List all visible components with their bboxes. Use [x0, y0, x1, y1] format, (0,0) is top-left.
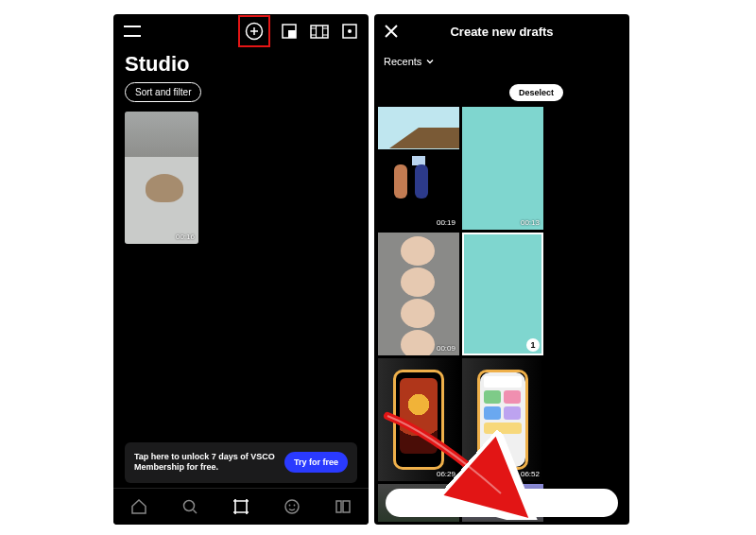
duration-label: 06:52: [521, 470, 540, 478]
studio-grid: 00:16: [113, 102, 369, 253]
media-thumb[interactable]: 00:09: [378, 233, 459, 355]
duration-label: 06:29: [437, 470, 455, 478]
deselect-button[interactable]: Deselect: [509, 84, 563, 101]
svg-point-9: [294, 505, 296, 507]
svg-rect-3: [311, 26, 328, 38]
sort-filter-button[interactable]: Sort and filter: [125, 82, 201, 102]
membership-promo[interactable]: Tap here to unlock 7 days of VSCO Member…: [125, 442, 357, 483]
montage-icon[interactable]: [278, 20, 301, 43]
svg-point-8: [289, 505, 291, 507]
face-icon[interactable]: [281, 495, 303, 518]
svg-point-6: [184, 501, 195, 511]
studio-tab-icon[interactable]: [230, 495, 252, 518]
create-drafts-screen: Create new drafts Recents Deselect 00:19…: [374, 14, 629, 525]
svg-rect-10: [336, 501, 341, 512]
svg-rect-2: [288, 30, 296, 38]
filmstrip-icon[interactable]: [308, 20, 331, 43]
duration-label: 00:19: [437, 218, 455, 227]
duration-label: 00:16: [176, 233, 195, 241]
close-icon[interactable]: [384, 24, 406, 39]
media-thumb[interactable]: 00:19: [378, 107, 459, 230]
duration-label: 00:09: [437, 344, 455, 353]
album-name: Recents: [384, 56, 421, 67]
media-thumb[interactable]: 00:13: [462, 107, 543, 230]
svg-point-7: [285, 500, 299, 513]
studio-screen: Studio Sort and filter 00:16 Tap here to…: [113, 14, 369, 525]
page-title: Studio: [113, 48, 369, 82]
modal-title: Create new drafts: [374, 25, 629, 39]
try-for-free-button[interactable]: Try for free: [284, 452, 348, 473]
bottom-tab-bar: [113, 488, 369, 525]
chevron-down-icon: [425, 57, 435, 66]
media-grid: 00:19 00:13 00:09 1 06:29: [374, 107, 629, 525]
media-thumb[interactable]: 06:29: [378, 358, 459, 481]
spaces-icon[interactable]: [332, 495, 354, 518]
promo-text: Tap here to unlock 7 days of VSCO Member…: [134, 452, 276, 474]
add-icon[interactable]: [238, 15, 270, 47]
top-bar: [113, 14, 369, 48]
search-icon[interactable]: [179, 495, 201, 518]
focus-icon[interactable]: [338, 20, 361, 43]
confirm-button[interactable]: Confirm: [386, 489, 618, 517]
menu-icon[interactable]: [121, 20, 144, 43]
home-icon[interactable]: [128, 495, 150, 518]
album-picker[interactable]: Recents: [374, 48, 629, 71]
svg-rect-11: [343, 501, 350, 512]
deselect-row: Deselect: [374, 71, 629, 107]
duration-label: 00:13: [521, 218, 540, 227]
media-thumb-selected[interactable]: 1: [462, 233, 543, 355]
selection-badge: 1: [526, 338, 540, 352]
media-thumb[interactable]: 06:52: [462, 358, 543, 481]
svg-point-5: [348, 29, 352, 33]
draft-thumb[interactable]: 00:16: [125, 112, 198, 244]
top-bar-actions: [238, 15, 361, 47]
modal-header: Create new drafts: [374, 14, 629, 48]
